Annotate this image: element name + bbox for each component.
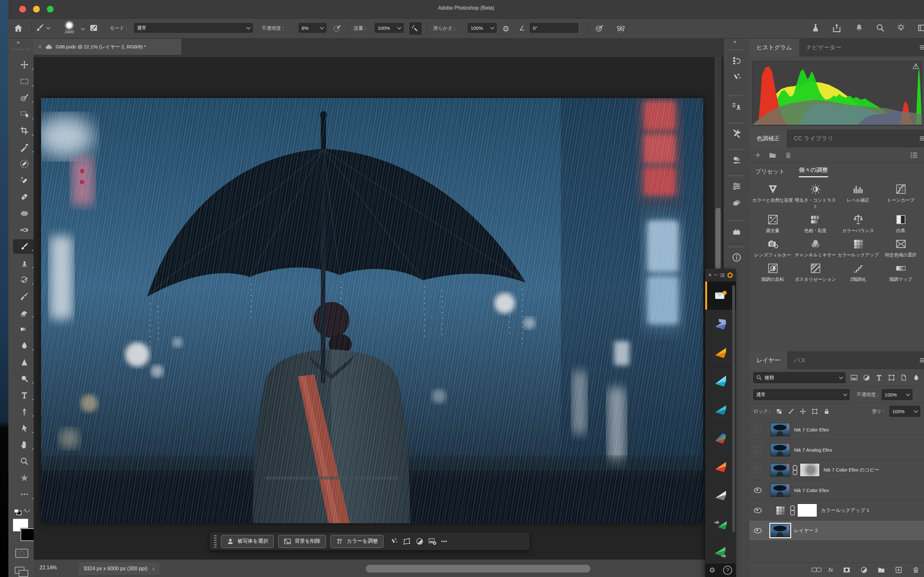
angle-field[interactable]: 0° [530,23,578,33]
layer-thumbnail[interactable] [771,524,790,537]
smoothing-options-button[interactable]: ⚙ [502,24,509,33]
panel-menu-icon[interactable] [919,135,924,142]
layer-name[interactable]: Nik 7 Color Efex [794,427,829,432]
dock-collapse-button[interactable]: « [733,39,737,45]
new-layer-button[interactable] [895,566,903,574]
task-bar-more-button[interactable]: ••• [441,538,447,544]
tool-selection-brush[interactable] [13,91,36,105]
tool-zoom[interactable] [13,454,36,468]
adj-curves[interactable]: トーンカーブ [879,183,922,210]
notifications-bell-button[interactable] [855,23,864,32]
status-chevron-icon[interactable]: › [152,566,154,572]
size-pressure-button[interactable] [596,24,604,32]
tool-content-aware-move[interactable] [13,223,36,237]
tool-spot-healing[interactable] [13,173,36,187]
tool-path-select[interactable] [13,421,36,435]
tool-healing-brush[interactable] [13,190,36,204]
layer-row[interactable]: Nik 7 Analog Efex [750,440,924,460]
adj-brightness-contrast[interactable]: 明るさ・コントラスト [794,183,837,210]
nik-help-icon[interactable]: ? [723,566,732,575]
tab-adjustments[interactable]: 色調補正 [750,129,787,147]
dock-grip[interactable] [728,246,745,247]
layer-thumbnail[interactable] [771,463,790,477]
layer-name[interactable]: Nik 7 Color Efex のコピー [824,467,879,473]
link-layers-button[interactable] [812,568,822,572]
layer-row[interactable]: Nik 7 Color Efex のコピー [750,460,924,480]
dock-grip[interactable] [728,175,745,176]
tab-navigator[interactable]: ナビゲーター [799,39,849,56]
generative-fill-button[interactable] [390,537,398,546]
adj-color-balance[interactable]: カラーバランス [837,214,879,234]
brush-preset-picker[interactable]: 2400 [59,21,79,34]
panel-menu-icon[interactable] [919,44,924,51]
mask-link-icon[interactable] [790,506,795,516]
discover-bulb-button[interactable] [897,23,905,32]
history-panel-icon[interactable] [732,56,741,65]
add-image-button[interactable] [428,537,437,546]
nik-item-messages[interactable] [705,282,736,310]
subtab-individual[interactable]: 個々の調整 [799,166,828,177]
mask-link-icon[interactable] [793,465,797,475]
new-group-button[interactable] [877,566,885,574]
tool-clone-stamp[interactable] [13,256,36,270]
lock-transparency-icon[interactable] [776,408,782,415]
swap-colors-icon[interactable]: ⤸ [23,509,31,512]
tab-histogram[interactable]: ヒストグラム [750,39,799,56]
tool-move[interactable] [13,58,36,72]
adj-hue-saturation[interactable]: 色相・彩度 [794,214,837,234]
tool-blur[interactable] [13,338,36,353]
layer-mask-thumbnail[interactable] [797,504,817,517]
smoothing-field[interactable]: 100% [468,23,497,33]
tool-eyedropper[interactable] [13,140,36,155]
lock-all-icon[interactable] [823,408,830,415]
adj-gradient-map[interactable]: 階調マップ [879,263,922,282]
adj-exposure[interactable]: 露光量 [751,214,794,234]
transform-button[interactable] [403,537,411,546]
create-adjustment-button[interactable] [415,537,424,546]
layer-name[interactable]: Nik 7 Analog Efex [794,447,832,453]
layer-row[interactable]: カラールックアップ 1 [750,500,924,521]
home-button[interactable] [13,23,23,33]
filter-type-layers-icon[interactable] [875,374,883,382]
tools-grip[interactable] [11,49,30,50]
tool-hand[interactable] [13,438,36,452]
layer-opacity-field[interactable]: 100% [882,389,913,400]
remove-background-button[interactable]: 背景を削除 [278,535,326,548]
dock-grip[interactable] [728,149,745,150]
task-bar-drag-handle[interactable] [214,535,216,548]
layer-name[interactable]: Nik 7 Color Efex [794,488,829,493]
nik-item-color-efex[interactable] [705,367,736,396]
new-group-folder-button[interactable] [769,151,776,159]
tool-patch[interactable] [13,206,36,221]
tool-sharpen[interactable] [13,355,36,369]
tab-paths[interactable]: パス [787,351,813,369]
toggle-brush-settings-button[interactable] [89,23,98,32]
tools-collapse-button[interactable]: » [17,39,20,45]
adj-channel-mixer[interactable]: チャンネルミキサー [794,238,837,258]
filter-shape-layers-icon[interactable] [888,374,895,382]
contextual-task-bar[interactable]: 被写体を選択 背景を削除 カラーを調整 ••• [209,532,530,550]
layer-name[interactable]: カラールックアップ 1 [821,508,869,514]
tools-customization-panel-icon[interactable] [732,129,741,139]
nik-item-define[interactable] [705,396,736,424]
search-button[interactable] [876,23,885,32]
plugins-panel-icon[interactable] [732,226,741,236]
adj-black-white[interactable]: 白黒 [879,214,922,234]
canvas-image[interactable] [41,98,703,523]
subtab-presets[interactable]: プリセット [755,168,785,175]
tool-mixer-brush[interactable] [13,289,36,303]
document-info[interactable]: 9324 px x 6000 px (300 ppi) › [79,562,160,575]
nik-minimize-icon[interactable]: − [714,272,717,278]
layer-row-selected[interactable]: レイヤー 2 [750,521,924,541]
histogram-warning-icon[interactable]: ⚠ [912,62,919,71]
quick-mask-button[interactable] [15,549,28,558]
nik-layout-icon[interactable] [720,272,725,278]
blend-mode-dropdown[interactable]: 通常 [753,389,850,400]
adjust-colors-button[interactable]: カラーを調整 [330,535,383,548]
clone-source-panel-icon[interactable] [732,101,741,111]
nik-item-analog-efex[interactable] [705,338,736,367]
tool-shape-star[interactable]: ★ [13,471,36,485]
layer-style-fx-button[interactable]: fx [829,566,833,574]
beta-features-button[interactable] [811,23,820,32]
share-button[interactable] [832,23,841,32]
